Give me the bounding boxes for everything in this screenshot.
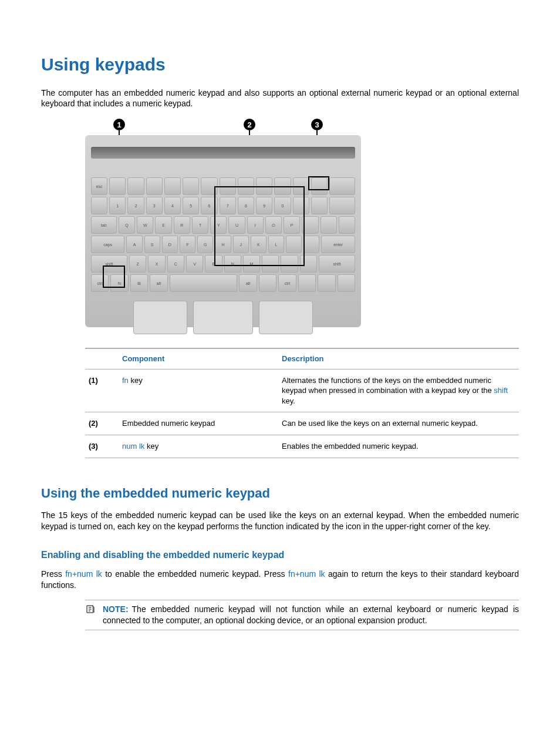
shift-key-link: shift	[494, 386, 508, 395]
callout-2: 2	[244, 119, 255, 130]
para-embedded: The 15 keys of the embedded numeric keyp…	[41, 510, 519, 532]
keyboard-body: esc 1234567890 tabQWERTYUIOP capsASDFGHJ…	[85, 135, 361, 327]
note-block: NOTE:The embedded numeric keypad will no…	[85, 600, 519, 630]
numlk-key-link: num lk	[122, 442, 144, 451]
fn-numlk-link-2: fn+num lk	[288, 569, 325, 579]
para-enable: Press fn+num lk to enable the embedded n…	[41, 569, 519, 591]
callout-1: 1	[113, 119, 125, 130]
note-label: NOTE:	[103, 604, 129, 614]
heading-using-keypads: Using keypads	[41, 53, 519, 77]
callout-3: 3	[311, 119, 323, 130]
fn-key-link: fn	[122, 376, 129, 385]
fn-numlk-link-1: fn+num lk	[65, 569, 102, 579]
table-row: (3) num lk key Enables the embedded nume…	[85, 435, 519, 458]
note-icon	[85, 604, 97, 626]
table-row: (2) Embedded numeric keypad Can be used …	[85, 412, 519, 435]
note-text: The embedded numeric keypad will not fun…	[103, 604, 519, 625]
table-row: (1) fn key Alternates the functions of t…	[85, 369, 519, 412]
heading-embedded-keypad: Using the embedded numeric keypad	[41, 485, 519, 502]
th-component: Component	[119, 348, 278, 369]
page: Using keypads The computer has an embedd…	[41, 53, 519, 746]
th-description: Description	[278, 348, 519, 369]
heading-enable-disable: Enabling and disabling the embedded nume…	[41, 549, 519, 562]
keyboard-diagram: 1 2 3 esc 1234567890 tabQWERTYUIOP capsA…	[85, 119, 361, 327]
intro-paragraph: The computer has an embedded numeric key…	[41, 88, 519, 110]
component-table: Component Description (1) fn key Alterna…	[85, 348, 519, 458]
